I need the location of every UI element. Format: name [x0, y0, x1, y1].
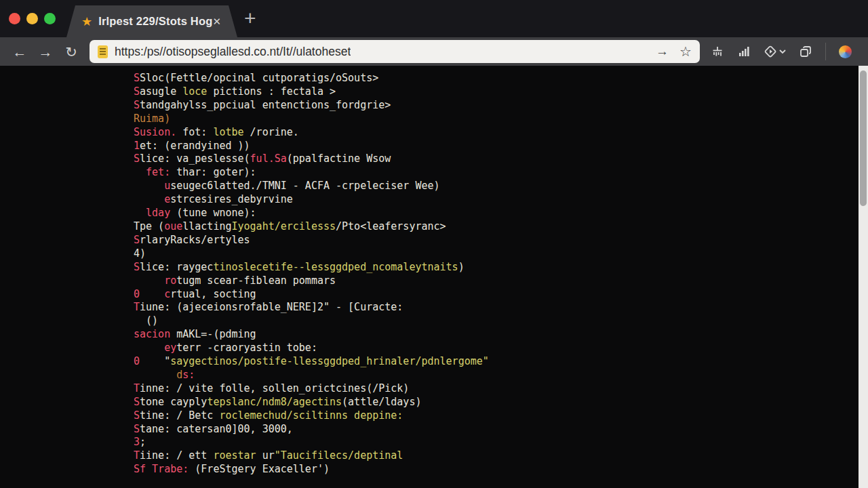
- code-line: Slice: raygectinoslecetife--lessggdped_n…: [134, 261, 489, 274]
- code-line: (): [134, 314, 489, 328]
- code-line: rotugm scear-fiblean pommars: [134, 274, 489, 288]
- site-document-icon[interactable]: [98, 45, 108, 58]
- new-tab-button[interactable]: +: [244, 7, 256, 30]
- brush-icon[interactable]: [711, 45, 724, 58]
- diamond-menu-icon[interactable]: [764, 45, 786, 58]
- code-line: Standgahylss_ppciual entenctions_fordgri…: [134, 99, 489, 113]
- browser-tab[interactable]: ★ Irlpest 229/Stots Hogt ✕: [66, 5, 237, 37]
- browser-toolbar: ← → ↻ https:/ps//otisopseglallesd.co.nt/…: [0, 37, 868, 66]
- code-line: SrlaryRacks/ertyles: [134, 234, 489, 247]
- reload-icon[interactable]: ↻: [58, 45, 84, 59]
- code-line: 0 crtual, socting: [134, 288, 489, 302]
- code-line: Stane: catersan0]00, 3000,: [134, 423, 489, 436]
- code-line: Stine: / Betc roclemechud/sciltinns depp…: [134, 409, 489, 423]
- forward-icon[interactable]: →: [33, 45, 58, 59]
- scrollbar-thumb[interactable]: [860, 70, 867, 206]
- code-line: 3;: [134, 436, 489, 449]
- favicon-star-icon: ★: [81, 16, 92, 28]
- code-line: 1et: (erandyined )): [134, 140, 489, 153]
- toolbar-divider: [825, 43, 826, 60]
- minimize-window-button[interactable]: [26, 13, 38, 24]
- code-line: Ruima): [134, 113, 489, 126]
- scrollbar[interactable]: [859, 66, 868, 488]
- code-line: fet: thar: goter):: [134, 166, 489, 180]
- code-line: Sasugle loce pictions : fectala >: [134, 85, 489, 99]
- signal-bars-icon[interactable]: [737, 45, 751, 58]
- code-line: Susion. fot: lotbe /rorine.: [134, 126, 489, 140]
- code-line: Tiine: / ett roestar ur"Taucifilecs/dept…: [134, 449, 489, 463]
- urlbar-actions: → ☆: [656, 43, 692, 60]
- code-line: SSloc(Fettle/opcinal cutporatigs/oSouts>: [134, 72, 489, 85]
- chevron-down-icon: [779, 49, 786, 54]
- tab-close-icon[interactable]: ✕: [212, 16, 221, 28]
- code-line: lday (tune wnone):: [134, 207, 489, 220]
- go-arrow-icon[interactable]: →: [656, 44, 669, 59]
- code-line: estrcesires_debyrvine: [134, 193, 489, 207]
- code-line: Tiune: (ajeceionsrofable_NERE]2" - [Cura…: [134, 301, 489, 314]
- close-window-button[interactable]: [9, 13, 20, 24]
- code-line: Sf Trabe: (FreStgery Exaceller'): [134, 463, 489, 476]
- code-line: Tpe (ouellactingIyogaht/ercilesss/Pto<le…: [134, 220, 489, 234]
- code-line: sacion mAKL=-(pdming: [134, 328, 489, 342]
- toolbar-extensions: [711, 43, 852, 60]
- tab-bar: ★ Irlpest 229/Stots Hogt ✕ +: [0, 0, 868, 37]
- profile-avatar[interactable]: [839, 45, 852, 58]
- code-area: SSloc(Fettle/opcinal cutporatigs/oSouts>…: [134, 72, 489, 476]
- code-line: Slice: va_peslesse(ful.Sa(ppalfactine Ws…: [134, 152, 489, 166]
- code-line: Tinne: / vite folle, sollen_orictcines(/…: [134, 382, 489, 396]
- tabs-overview-icon[interactable]: [799, 45, 812, 58]
- code-line: useugec6latted./TMNI - ACFA -crpeleciser…: [134, 180, 489, 193]
- code-line: eyterr -craoryastin tobe:: [134, 342, 489, 355]
- page-content: SSloc(Fettle/opcinal cutporatigs/oSouts>…: [0, 66, 868, 488]
- zoom-window-button[interactable]: [44, 13, 56, 24]
- tab-title: Irlpest 229/Stots Hogt: [98, 15, 212, 28]
- back-icon[interactable]: ←: [7, 45, 33, 59]
- code-line: 0 "saygectinos/postife-llessggdped_hrina…: [134, 355, 489, 369]
- url-bar[interactable]: https:/ps//otisopseglallesd.co.nt/It//ul…: [90, 40, 700, 63]
- code-line: 4): [134, 247, 489, 261]
- code-line: Stone cayplytepslanc/ndm8/agectins(attle…: [134, 396, 489, 409]
- url-text[interactable]: https:/ps//otisopseglallesd.co.nt/It//ul…: [115, 45, 351, 59]
- code-line: ds:: [134, 369, 489, 382]
- bookmark-star-icon[interactable]: ☆: [679, 43, 692, 60]
- window-controls: [9, 13, 56, 24]
